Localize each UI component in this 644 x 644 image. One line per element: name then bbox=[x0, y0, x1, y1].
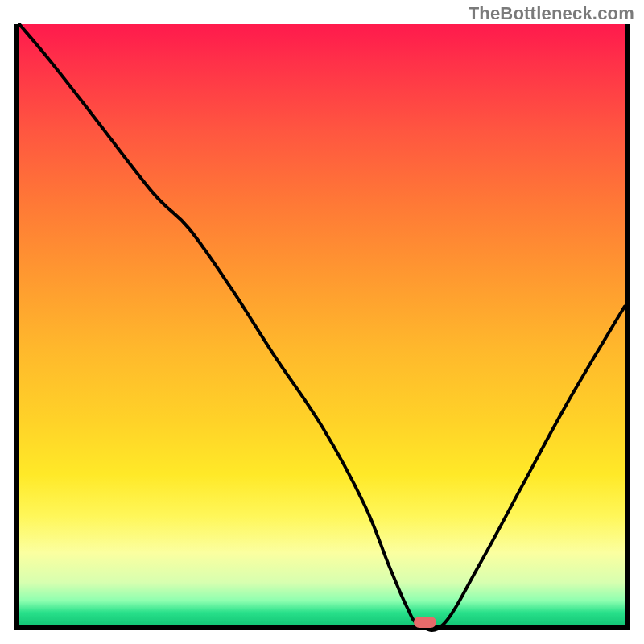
plot-area bbox=[14, 24, 630, 630]
optimal-marker bbox=[414, 617, 436, 628]
watermark-text: TheBottleneck.com bbox=[469, 3, 634, 24]
bottleneck-curve bbox=[19, 24, 625, 625]
chart-container: TheBottleneck.com bbox=[0, 0, 644, 644]
